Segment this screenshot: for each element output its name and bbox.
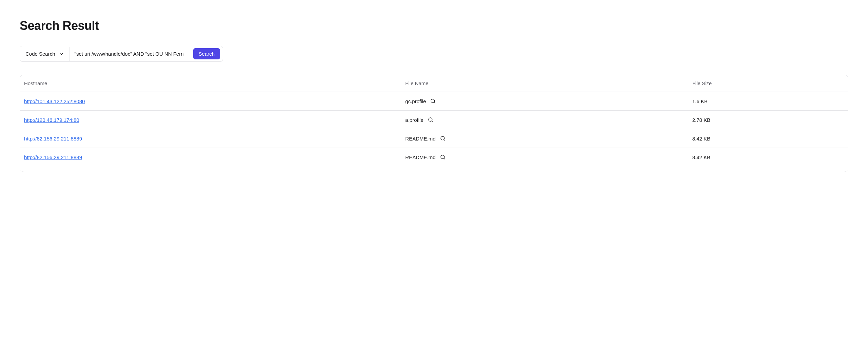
search-type-label: Code Search (25, 51, 55, 57)
filename-text: README.md (405, 154, 435, 160)
filesize-text: 8.42 KB (692, 154, 844, 160)
svg-line-3 (432, 121, 433, 122)
search-bar: Code Search Search (20, 46, 223, 62)
search-type-dropdown[interactable]: Code Search (20, 47, 70, 61)
search-icon[interactable] (428, 117, 434, 123)
hostname-link[interactable]: http://120.46.179.174:80 (24, 117, 79, 123)
column-header-filesize: File Size (692, 80, 844, 86)
svg-line-7 (444, 158, 445, 159)
column-header-filename: File Name (405, 80, 692, 86)
search-input[interactable] (70, 47, 189, 61)
table-row: http://101.43.122.252:8080 gc.profile 1.… (20, 92, 848, 111)
filename-text: gc.profile (405, 98, 426, 104)
search-icon[interactable] (440, 154, 446, 160)
svg-line-5 (444, 139, 445, 140)
hostname-link[interactable]: http://101.43.122.252:8080 (24, 98, 85, 104)
table-row: http://82.156.29.211:8889 README.md 8.42… (20, 148, 848, 172)
search-icon[interactable] (430, 98, 436, 104)
hostname-link[interactable]: http://82.156.29.211:8889 (24, 136, 82, 142)
svg-line-1 (434, 102, 435, 103)
table-header: Hostname File Name File Size (20, 75, 848, 92)
table-row: http://120.46.179.174:80 a.profile 2.78 … (20, 111, 848, 129)
table-row: http://82.156.29.211:8889 README.md 8.42… (20, 129, 848, 148)
chevron-down-icon (59, 51, 64, 57)
page-title: Search Result (20, 19, 848, 33)
results-table: Hostname File Name File Size http://101.… (20, 75, 848, 172)
column-header-hostname: Hostname (24, 80, 405, 86)
filename-text: README.md (405, 136, 435, 142)
search-button[interactable]: Search (193, 48, 220, 59)
filesize-text: 2.78 KB (692, 117, 844, 123)
filename-text: a.profile (405, 117, 423, 123)
filesize-text: 8.42 KB (692, 136, 844, 142)
filesize-text: 1.6 KB (692, 98, 844, 104)
hostname-link[interactable]: http://82.156.29.211:8889 (24, 154, 82, 160)
search-icon[interactable] (440, 135, 446, 142)
